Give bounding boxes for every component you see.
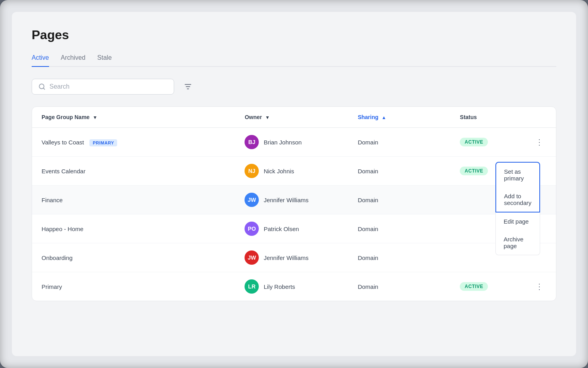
sort-arrow-sharing: ▲ (381, 115, 386, 120)
table-row: Events Calendar NJ Nick Johnis Domain AC… (32, 157, 556, 186)
owner-cell: JW Jennifer Williams (235, 243, 348, 272)
archive-page-item[interactable]: Archive page (496, 230, 540, 255)
set-as-primary-item[interactable]: Set as primary (496, 163, 539, 187)
device-frame: Pages Active Archived Stale (0, 0, 588, 368)
search-input[interactable] (49, 83, 167, 90)
table-row: Onboarding JW Jennifer Williams Domain (32, 243, 556, 272)
sharing-cell: Domain (348, 128, 450, 157)
app-container: Pages Active Archived Stale (12, 12, 576, 356)
page-group-name-cell: Finance (32, 186, 235, 214)
sharing-cell: Domain (348, 243, 450, 272)
filter-button[interactable] (180, 79, 195, 94)
sharing-cell: Domain (348, 272, 450, 301)
add-to-secondary-item[interactable]: Add to secondary (496, 187, 539, 212)
search-box (32, 79, 174, 95)
owner-cell: LR Lily Roberts (235, 272, 348, 301)
table-container: Page Group Name ▼ Owner ▼ Sharing ▲ St (32, 106, 556, 301)
status-cell: ACTIVE (450, 272, 523, 301)
status-cell: ACTIVE (450, 128, 523, 157)
more-button[interactable]: ⋮ (532, 137, 546, 148)
status-badge: ACTIVE (460, 282, 488, 291)
col-status: Status (450, 107, 523, 128)
col-sharing[interactable]: Sharing ▲ (348, 107, 450, 128)
status-badge: ACTIVE (460, 138, 488, 146)
page-title: Pages (32, 28, 556, 42)
tab-stale[interactable]: Stale (97, 50, 112, 66)
context-menu: Set as primary Add to secondary Edit pag… (495, 162, 540, 255)
tab-active[interactable]: Active (32, 50, 49, 66)
owner-cell: JW Jennifer Williams (235, 186, 348, 214)
page-group-name-cell: Happeo - Home (32, 214, 235, 243)
avatar: LR (245, 279, 259, 294)
table-row: Valleys to Coast PRIMARY BJ Brian Johnso… (32, 128, 556, 157)
avatar: NJ (245, 164, 259, 178)
owner-cell: NJ Nick Johnis (235, 157, 348, 186)
primary-badge: PRIMARY (89, 139, 117, 146)
avatar: JW (245, 193, 259, 207)
action-cell: ⋮ (523, 272, 556, 301)
page-group-name-cell: Valleys to Coast PRIMARY (32, 128, 235, 157)
svg-line-1 (43, 88, 44, 89)
sharing-cell: Domain (348, 214, 450, 243)
avatar: JW (245, 250, 259, 265)
sharing-cell: Domain (348, 157, 450, 186)
tabs-nav: Active Archived Stale (32, 50, 556, 67)
search-icon (38, 83, 46, 90)
edit-page-item[interactable]: Edit page (496, 212, 540, 230)
filter-icon (184, 82, 192, 91)
pages-table: Page Group Name ▼ Owner ▼ Sharing ▲ St (32, 107, 556, 301)
page-group-name-cell: Primary (32, 272, 235, 301)
toolbar (32, 79, 556, 95)
table-row: Finance JW Jennifer Williams Domain (32, 186, 556, 214)
page-group-name-cell: Events Calendar (32, 157, 235, 186)
sharing-cell: Domain (348, 186, 450, 214)
action-cell: Set as primary Add to secondary Edit pag… (523, 186, 556, 214)
col-owner[interactable]: Owner ▼ (235, 107, 348, 128)
col-action (523, 107, 556, 128)
sort-arrow-owner: ▼ (265, 115, 270, 120)
col-page-group-name[interactable]: Page Group Name ▼ (32, 107, 235, 128)
avatar: PO (245, 222, 259, 236)
sort-arrow-name: ▼ (93, 115, 97, 120)
table-row: Primary LR Lily Roberts Domain ACTIVE (32, 272, 556, 301)
page-group-name-cell: Onboarding (32, 243, 235, 272)
tab-archived[interactable]: Archived (61, 50, 85, 66)
status-badge: ACTIVE (460, 167, 488, 175)
avatar: BJ (245, 135, 259, 149)
table-row: Happeo - Home PO Patrick Olsen Domain (32, 214, 556, 243)
owner-cell: BJ Brian Johnson (235, 128, 348, 157)
owner-cell: PO Patrick Olsen (235, 214, 348, 243)
action-cell: ⋮ (523, 128, 556, 157)
more-button[interactable]: ⋮ (532, 281, 546, 292)
